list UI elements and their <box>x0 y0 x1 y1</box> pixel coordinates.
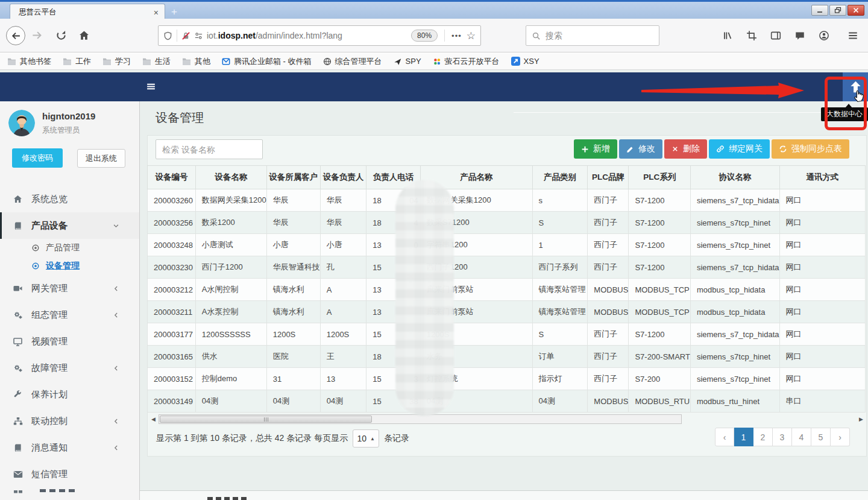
column-header[interactable]: 设备所属客户 <box>266 166 320 189</box>
sidebar-item-6[interactable]: 保养计划 <box>0 381 139 408</box>
hamburger-menu-icon[interactable] <box>848 30 858 41</box>
hscroll-left-icon[interactable]: ◀ <box>151 416 156 422</box>
bookmark-item[interactable]: SPY <box>394 57 421 66</box>
bookmark-item[interactable]: 学习 <box>102 56 131 67</box>
column-header[interactable]: PLC系列 <box>629 166 691 189</box>
column-header[interactable]: 协议名称 <box>690 166 779 189</box>
account-icon[interactable] <box>819 30 829 41</box>
bookmark-item[interactable]: 生活 <box>142 56 171 67</box>
sidebar-item-3[interactable]: 组态管理 <box>0 302 139 328</box>
page-3-button[interactable]: 3 <box>773 428 792 446</box>
table-row[interactable]: 200003230西门子1200华辰智通科技孔15西门子1200西门子系列西门子… <box>148 256 866 279</box>
clipped-icon <box>13 489 23 498</box>
sidebar-item-8[interactable]: 消息通知 <box>0 434 139 461</box>
page-1-button[interactable]: 1 <box>734 428 753 446</box>
hand-cursor-icon <box>853 88 866 105</box>
table-row[interactable]: 200003152控制demo3113153灯控系统指示灯西门子S7-200si… <box>148 368 866 390</box>
sidebar-item-2[interactable]: 网关管理 <box>0 275 139 302</box>
table-row[interactable]: 200003212A水闸控制镇海水利A13庶来门前泵站镇海泵站管理MODBUSM… <box>148 279 866 301</box>
sidebar-item-1[interactable]: 产品设备 <box>0 212 139 239</box>
username: hignton2019 <box>42 111 95 121</box>
avatar[interactable] <box>8 110 35 136</box>
zoom-badge[interactable]: 80% <box>411 30 438 42</box>
bookmark-item[interactable]: 综合管理平台 <box>323 56 382 67</box>
sidebar: hignton2019 系统管理员 修改密码 退出系统 系统总览产品设备产品管理… <box>0 101 140 500</box>
scrollbar-thumb[interactable] <box>160 416 372 423</box>
sidebar-toggle-icon[interactable] <box>770 30 781 41</box>
sidebar-item-5[interactable]: 故障管理 <box>0 355 139 381</box>
page-4-button[interactable]: 4 <box>792 428 811 446</box>
x-action-button[interactable]: 删除 <box>664 139 707 159</box>
minimize-button[interactable] <box>811 5 828 16</box>
monitor-icon <box>13 337 23 346</box>
bookmark-item[interactable]: 萤石云开放平台 <box>433 56 500 67</box>
forward-button[interactable] <box>31 30 43 41</box>
sidebar-item-4[interactable]: 视频管理 <box>0 328 139 355</box>
sync-action-button[interactable]: 强制同步点表 <box>772 139 849 159</box>
new-tab-button[interactable]: + <box>171 6 177 18</box>
dotcircle-icon <box>31 244 40 252</box>
browser-search-input[interactable] <box>546 31 642 40</box>
table-row[interactable]: 200003165供水医院王18水务订单西门子S7-200-SMARTsieme… <box>148 346 866 368</box>
bookmark-item[interactable]: 其他书签 <box>7 56 51 67</box>
back-button[interactable] <box>6 26 25 45</box>
tab-close-icon[interactable]: × <box>154 8 159 17</box>
column-header[interactable]: PLC品牌 <box>588 166 629 189</box>
page-actions-icon[interactable]: ••• <box>451 31 462 40</box>
main-content: 设备管理 新增修改删除绑定网关强制同步点表 设备编号设备名称设备所属客户设备负责… <box>140 101 868 500</box>
sidebar-subitem[interactable]: 产品管理 <box>0 239 139 257</box>
sidebar-collapse-icon[interactable] <box>146 81 156 92</box>
column-header[interactable]: 通讯方式 <box>779 166 865 189</box>
bookmark-item[interactable]: 工作 <box>63 56 91 67</box>
column-header[interactable]: 设备编号 <box>148 166 196 189</box>
page-size-dropdown[interactable]: 10 ▲ <box>353 429 379 448</box>
plus-action-button[interactable]: 新增 <box>574 139 617 159</box>
sidebar-item-0[interactable]: 系统总览 <box>0 186 139 212</box>
url-bar[interactable]: iot.idosp.net/admin/index.html?lang 80% … <box>158 25 481 46</box>
table-row[interactable]: 200003211A水泵控制镇海水利A13庶来门前泵站镇海泵站管理MODBUSM… <box>148 301 866 323</box>
page-‹-button[interactable]: ‹ <box>715 428 734 446</box>
url-text: iot.idosp.net/admin/index.html?lang <box>207 31 411 40</box>
screenshot-icon[interactable] <box>746 30 757 41</box>
page-›-button[interactable]: › <box>831 428 850 446</box>
column-header[interactable]: 设备名称 <box>195 166 266 189</box>
user-role: 系统管理员 <box>42 125 80 136</box>
table-row[interactable]: 200003256数采1200华辰华辰184数采S71200S西门子S7-120… <box>148 212 866 234</box>
column-header[interactable]: 产品类别 <box>532 166 588 189</box>
pencil-action-button[interactable]: 修改 <box>619 139 662 159</box>
sidebar-item-7[interactable]: 联动控制 <box>0 408 139 434</box>
close-button[interactable] <box>848 5 864 16</box>
device-panel: 新增修改删除绑定网关强制同步点表 设备编号设备名称设备所属客户设备负责人负责人电… <box>147 135 867 457</box>
insecure-lock-icon[interactable] <box>181 31 190 40</box>
browser-search[interactable] <box>526 25 659 46</box>
link-action-button[interactable]: 绑定网关 <box>709 139 770 159</box>
page-5-button[interactable]: 5 <box>811 428 831 446</box>
logout-button[interactable]: 退出系统 <box>77 149 125 168</box>
sidebar-item-9[interactable]: 短信管理 <box>0 461 139 487</box>
bookmark-item[interactable]: XSY <box>511 57 539 66</box>
permissions-icon[interactable] <box>194 31 203 40</box>
chevron-left-icon <box>111 445 121 451</box>
table-row[interactable]: 200003260数据网关采集1200华辰华辰1804数据网关采集1200s西门… <box>148 189 866 212</box>
column-header[interactable]: 设备负责人 <box>320 166 366 189</box>
messages-icon[interactable] <box>794 30 805 41</box>
sidebar-item-clipped[interactable] <box>0 487 139 500</box>
chevron-left-icon <box>111 312 121 318</box>
table-row[interactable]: 2000031771200SSSSSS1200S1200S151200SS西门子… <box>148 323 866 346</box>
home-button[interactable] <box>78 30 90 41</box>
change-password-button[interactable]: 修改密码 <box>12 148 63 168</box>
restore-button[interactable] <box>829 5 846 16</box>
table-row[interactable]: 20000314904测04测04测153804测04测MODBUSMODBUS… <box>148 390 866 413</box>
hscroll-right-icon[interactable]: ▶ <box>859 416 863 422</box>
shield-icon[interactable] <box>163 31 172 40</box>
bookmark-item[interactable]: 腾讯企业邮箱 - 收件箱 <box>222 56 312 67</box>
bookmark-item[interactable]: 其他 <box>182 56 210 67</box>
bookmark-star-icon[interactable]: ☆ <box>467 30 476 42</box>
sidebar-subitem[interactable]: 设备管理 <box>0 257 139 275</box>
page-2-button[interactable]: 2 <box>753 428 773 446</box>
browser-tab[interactable]: 思普云平台 × <box>10 4 165 21</box>
library-icon[interactable] <box>722 30 733 41</box>
device-search-input[interactable] <box>156 139 263 159</box>
table-row[interactable]: 200003248小唐测试小唐小唐130字符串12001西门子S7-1200si… <box>148 234 866 256</box>
reload-button[interactable] <box>55 30 67 41</box>
